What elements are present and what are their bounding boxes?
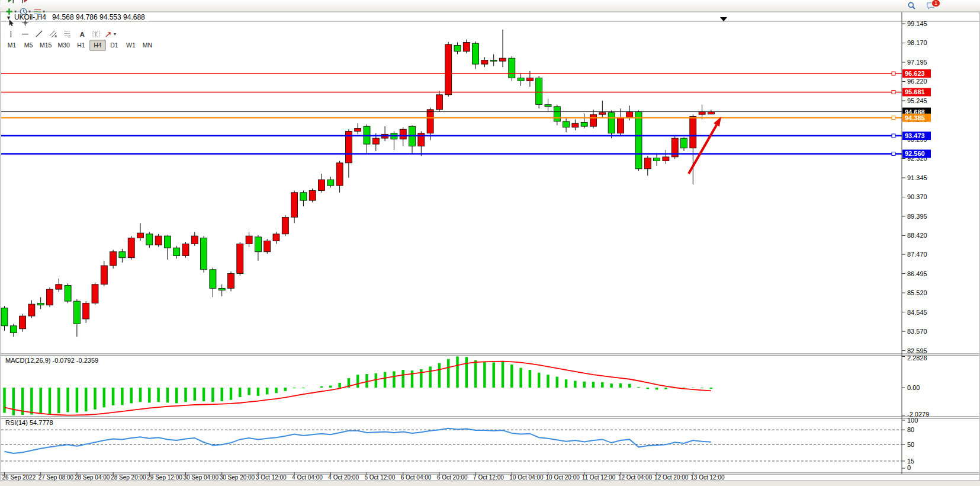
svg-text:A: A [79,30,84,37]
y-axis-tick: 89.395 [907,213,927,220]
support-line-2-handle[interactable] [892,152,895,155]
x-axis-label: 28 Sep 04:00 [75,474,110,481]
indicators-button[interactable]: ▾ [4,6,18,17]
chart-shift-icon [21,0,30,5]
periods-button[interactable]: ▾ [18,6,32,17]
rsi-name: RSI(14) [5,419,28,426]
x-axis-label: 6 Oct 20:00 [437,474,468,481]
label-button[interactable]: T [89,28,103,40]
candle [182,242,189,258]
toolbar-group-7: M1M5M15M30H1H4D1W1MN [0,40,157,51]
toolbar-group-3 [0,0,157,6]
timeframe-h1[interactable]: H1 [73,40,89,51]
search-icon [907,1,916,10]
templates-button[interactable]: ▾ [32,6,46,17]
macd-name: MACD(12,26,9) [5,357,50,364]
x-axis-label: 27 Sep 08:00 [38,474,74,481]
fibonacci-button[interactable]: F [60,28,75,40]
rsi-scale-tick: 80 [907,426,914,433]
rsi-indicator-label: RSI(14) 54.7778 [5,419,56,426]
chart-canvas: 99.14598.17097.19596.22095.24594.27093.2… [0,0,980,486]
indicators-icon [5,7,14,16]
rsi-scale-tick: 0 [907,464,911,471]
y-axis-tick: 86.495 [907,270,927,277]
channel-button[interactable]: E [46,28,60,40]
macd-scale-tick: 0.00 [907,384,920,391]
resistance-line-1-handle[interactable] [892,72,895,75]
text-icon: A [78,30,86,39]
x-axis-label: 3 Oct 12:00 [256,474,287,481]
channel-icon: E [49,30,58,39]
chevron-down-icon: ▾ [114,31,116,37]
trendline-icon [35,30,44,39]
candle [309,188,316,202]
y-axis-tick: 98.170 [907,39,927,46]
y-axis-tick: 90.370 [907,193,927,200]
chart-shift-button[interactable] [18,0,32,6]
crosshair-button[interactable] [18,17,32,28]
timeframe-mn[interactable]: MN [139,40,156,51]
timeframe-h1-label: H1 [75,41,86,49]
timeframe-m1[interactable]: M1 [4,40,20,51]
text-button[interactable]: A [75,28,89,40]
crosshair-icon [21,18,30,27]
toolbar-right: 1 [904,0,937,11]
support-line-2-badge: 92.560 [902,149,931,158]
x-axis-label: 11 Oct 12:00 [582,474,616,481]
rsi-scale-tick: 100 [907,417,918,424]
candle [92,282,98,305]
cursor-button[interactable] [4,17,18,28]
timeframe-m30-label: M30 [56,41,71,49]
timeframe-m15[interactable]: M15 [37,40,54,51]
x-axis-label: 12 Oct 20:00 [654,474,689,481]
chat-button[interactable]: 1 [923,0,937,11]
templates-icon [33,7,42,16]
pivot-line-badge: 94.385 [902,114,931,122]
toolbar-group-6: EFAT▾ [0,28,157,40]
x-axis-label: 12 Oct 04:00 [618,474,653,481]
toolbar-groups: 新订单自动交易▾▾▾EFAT▾M1M5M15M30H1H4D1W1MN [0,0,157,51]
resistance-line-2-handle[interactable] [892,90,895,94]
auto-scroll-button[interactable] [4,0,18,6]
timeframe-d1[interactable]: D1 [106,40,123,51]
y-axis-tick: 91.345 [907,174,927,181]
candle [635,110,642,171]
timeframe-m30[interactable]: M30 [54,40,72,51]
candle [155,234,162,247]
candle [47,287,53,307]
timeframe-m15-label: M15 [38,41,53,49]
resistance-line-2-badge: 95.681 [902,88,931,96]
label-icon: T [92,30,101,39]
pivot-line-handle[interactable] [892,116,895,120]
horizontal-line-button[interactable] [18,28,32,40]
price-badge-text: 95.681 [905,88,925,95]
y-axis-tick: 97.195 [907,59,927,66]
y-axis-tick: 95.245 [907,97,927,104]
support-line-1-handle[interactable] [892,134,895,138]
fibo-icon: F [63,30,72,39]
timeframe-m1-label: M1 [6,41,18,49]
toolbar-group-5 [0,17,157,28]
timeframe-h4[interactable]: H4 [89,40,106,51]
vertical-line-button[interactable] [4,28,18,40]
timeframe-h4-label: H4 [92,41,103,49]
candle [128,236,134,260]
chart-plot: 99.14598.17097.19596.22095.24594.27093.2… [0,11,980,481]
y-axis-tick: 88.420 [907,232,927,239]
search-button[interactable] [904,0,918,11]
candle [671,136,678,159]
x-axis-label: 7 Oct 12:00 [473,474,504,481]
shapes-button[interactable]: ▾ [103,28,117,40]
timeframe-m5[interactable]: M5 [20,40,37,51]
price-badge-text: 96.623 [905,70,925,77]
timeframe-w1[interactable]: W1 [123,40,139,51]
shapes-icon [104,30,113,39]
trendline-button[interactable] [32,28,46,40]
candle [110,250,117,268]
macd-values: -0.0792 -0.2359 [52,357,98,364]
y-axis-tick: 83.570 [907,328,927,335]
macd-indicator-label: MACD(12,26,9) -0.0792 -0.2359 [5,357,101,364]
main-toolbar: 新订单自动交易▾▾▾EFAT▾M1M5M15M30H1H4D1W1MN 1 [0,0,980,12]
y-axis-tick: 82.595 [907,347,927,354]
hline-icon [21,30,30,39]
